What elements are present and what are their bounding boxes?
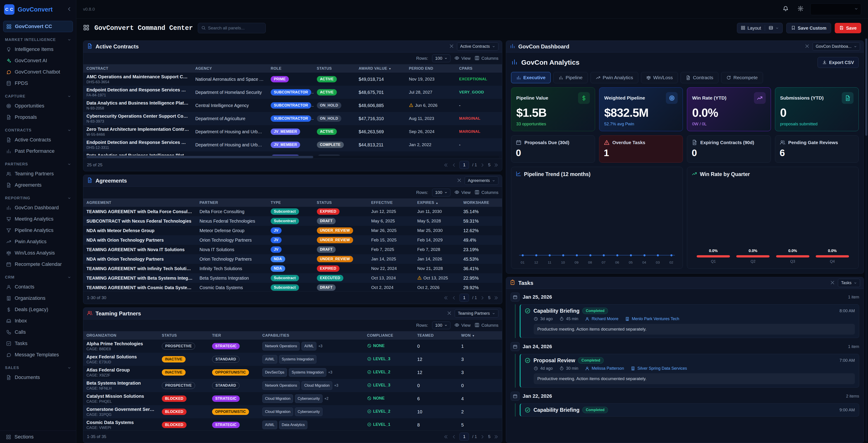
tab-contracts[interactable]: Contracts	[681, 72, 718, 83]
task-contact[interactable]: Richard Moore	[592, 317, 618, 321]
partner-row[interactable]: Apex Federal SolutionsCAGE: E73UDINACTIV…	[83, 353, 502, 366]
sidebar-item-meeting-analytics[interactable]: Meeting Analytics	[3, 214, 73, 224]
column-header-agency[interactable]: AGENCY	[192, 64, 268, 73]
close-panel-button[interactable]	[449, 44, 454, 50]
sidebar-item-govcon-dashboard[interactable]: GovCon Dashboard	[3, 202, 73, 213]
sidebar-section-market-intelligence[interactable]: MARKET INTELLIGENCE	[5, 37, 71, 42]
contract-row[interactable]: Cybersecurity Operations Center Support …	[83, 112, 502, 125]
sidebar-section-capture[interactable]: CAPTURE	[5, 94, 71, 99]
panel-type-select[interactable]: GovCon Dashboa...	[812, 42, 860, 51]
rows-per-page-select[interactable]: 100	[432, 321, 451, 329]
sidebar-item-documents[interactable]: Documents	[3, 372, 73, 383]
page-input[interactable]: 1	[460, 161, 469, 169]
agreement-row[interactable]: TEAMING AGREEMENT with Nova IT Solutions…	[83, 245, 502, 254]
sidebar-item-intelligence-items[interactable]: Intelligence Items	[3, 44, 73, 55]
contract-row[interactable]: Data Analytics and Business Intelligence…	[83, 151, 502, 155]
bar-q2[interactable]: 0.0%Q2	[736, 249, 770, 263]
page-jump[interactable]: 5	[488, 295, 491, 300]
more-capabilities[interactable]: +3	[318, 344, 322, 348]
last-page-button[interactable]	[494, 163, 498, 167]
sidebar-item-inbox[interactable]: Inbox	[3, 315, 73, 326]
tab-pwin-analytics[interactable]: Pwin Analytics	[590, 72, 638, 83]
agreement-row[interactable]: NDA with Orion Technology PartnersOrion …	[83, 254, 502, 264]
contract-row[interactable]: Zero Trust Architecture Implementation C…	[83, 125, 502, 138]
data-point[interactable]	[671, 254, 673, 256]
column-header-status[interactable]: STATUS	[314, 198, 368, 207]
tab-executive[interactable]: Executive	[511, 72, 551, 83]
column-header-expires[interactable]: EXPIRES▲	[414, 198, 460, 207]
column-header-status[interactable]: STATUS	[159, 331, 209, 340]
agreement-row[interactable]: TEAMING AGREEMENT with Beta Systems Inte…	[83, 273, 502, 283]
first-page-button[interactable]	[444, 295, 448, 300]
sidebar-item-organizations[interactable]: Organizations	[3, 293, 73, 304]
data-point[interactable]	[657, 254, 659, 256]
sidebar-section-sales[interactable]: SALES	[5, 366, 71, 370]
page-input[interactable]: 1	[460, 294, 469, 302]
task-card[interactable]: Capability BriefingCompleted8:00 AM3d ag…	[520, 304, 859, 338]
more-capabilities[interactable]: +3	[334, 383, 338, 387]
bar-q1[interactable]: 0.0%Q1	[697, 249, 730, 263]
first-page-button[interactable]	[444, 163, 448, 167]
column-header-tier[interactable]: TIER	[209, 331, 259, 340]
more-capabilities[interactable]: +3	[328, 370, 332, 374]
data-point[interactable]	[630, 254, 632, 256]
sidebar-item-govconvert-ai[interactable]: GovConvert AI	[3, 55, 73, 66]
data-point[interactable]	[576, 254, 578, 256]
next-page-button[interactable]	[480, 434, 485, 439]
sidebar-item-govconvert-cc[interactable]: GovConvert CC	[3, 21, 73, 32]
column-header-compliance[interactable]: COMPLIANCE	[364, 331, 414, 340]
panel-type-select[interactable]: Teaming Partners	[455, 309, 498, 318]
sidebar-collapse-button[interactable]	[66, 6, 72, 13]
partner-row[interactable]: Beta Systems IntegrationCAGE: NFNLHPROSP…	[83, 379, 502, 392]
task-card[interactable]: Capability BriefingCompleted9:00 AM	[520, 403, 859, 416]
column-header-agreement[interactable]: AGREEMENT	[83, 198, 196, 207]
export-csv-button[interactable]: Export CSV	[817, 57, 859, 68]
app-logo[interactable]: C C	[4, 4, 14, 15]
panel-search[interactable]	[198, 23, 266, 33]
column-header-teamed[interactable]: TEAMED	[414, 331, 458, 340]
column-header-cpars[interactable]: CPARS	[456, 64, 502, 73]
sidebar-section-reporting[interactable]: REPORTING	[5, 196, 71, 200]
last-page-button[interactable]	[494, 295, 498, 300]
bar-q4[interactable]: 0.0%Q4	[816, 249, 849, 263]
columns-button[interactable]: Columns	[475, 56, 498, 61]
data-point[interactable]	[603, 254, 605, 256]
contract-row[interactable]: Endpoint Detection and Response Services…	[83, 86, 502, 99]
vertical-scrollbar[interactable]	[865, 38, 867, 441]
sidebar-item-agreements[interactable]: Agreements	[3, 180, 73, 190]
data-point[interactable]	[549, 254, 551, 256]
save-custom-button[interactable]: Save Custom	[786, 23, 831, 33]
data-point[interactable]	[522, 254, 524, 256]
close-panel-button[interactable]	[447, 311, 452, 317]
columns-button[interactable]: Columns	[475, 190, 498, 195]
task-organization[interactable]: Silver Spring Data Services	[638, 366, 687, 371]
column-header-capabilities[interactable]: CAPABILITIES	[259, 331, 364, 340]
contract-row[interactable]: Data Analytics and Business Intelligence…	[83, 99, 502, 112]
scrollbar-thumb[interactable]	[865, 38, 867, 136]
data-point[interactable]	[589, 254, 591, 256]
sidebar-item-deals-legacy[interactable]: Deals (Legacy)	[3, 304, 73, 315]
sidebar-item-opportunities[interactable]: Opportunities	[3, 100, 73, 111]
column-header-period-end[interactable]: PERIOD END	[406, 64, 456, 73]
first-page-button[interactable]	[444, 434, 448, 439]
column-header-partner[interactable]: PARTNER	[196, 198, 268, 207]
sidebar-item-recompete-calendar[interactable]: Recompete Calendar	[3, 259, 73, 270]
sidebar-item-proposals[interactable]: Proposals	[3, 112, 73, 123]
sidebar-section-crm[interactable]: CRM	[5, 275, 71, 280]
tab-win-loss[interactable]: Win/Loss	[641, 72, 678, 83]
prev-page-button[interactable]	[452, 434, 456, 439]
prev-page-button[interactable]	[452, 163, 456, 167]
more-capabilities[interactable]: +2	[324, 397, 329, 401]
columns-button[interactable]: Columns	[475, 323, 498, 328]
data-point[interactable]	[535, 254, 537, 256]
sidebar-item-fpds[interactable]: FPDS	[3, 78, 73, 89]
view-button[interactable]: View	[455, 323, 470, 328]
sidebar-section-partners[interactable]: PARTNERS	[5, 162, 71, 166]
sidebar-item-tasks[interactable]: Tasks	[3, 338, 73, 349]
panel-type-select[interactable]: Active Contracts	[457, 42, 498, 51]
data-point[interactable]	[616, 254, 618, 256]
task-card[interactable]: Proposal ReviewCompleted7:00 AM4d ago30 …	[520, 354, 859, 387]
sidebar-item-calls[interactable]: Calls	[3, 327, 73, 338]
column-header-organization[interactable]: ORGANIZATION	[83, 331, 159, 340]
horizontal-scrollbar[interactable]	[87, 156, 499, 158]
